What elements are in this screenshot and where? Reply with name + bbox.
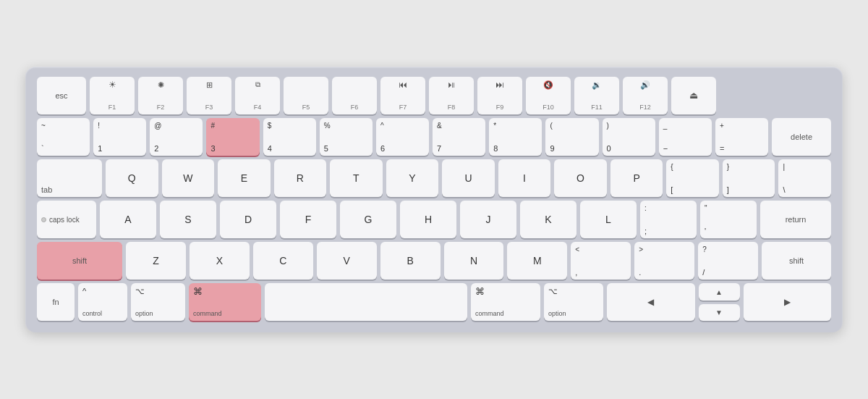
- key-q[interactable]: Q: [106, 159, 158, 197]
- key-m[interactable]: M: [507, 242, 567, 280]
- key-e[interactable]: E: [218, 159, 271, 197]
- key-c[interactable]: C: [253, 242, 313, 280]
- key-f12[interactable]: 🔊 F12: [623, 77, 668, 114]
- key-quote[interactable]: "': [700, 201, 757, 238]
- key-f7[interactable]: ⏮ F7: [380, 77, 425, 114]
- key-g[interactable]: G: [340, 201, 396, 238]
- key-f3[interactable]: ⊞ F3: [187, 77, 231, 114]
- key-f9[interactable]: ⏭ F9: [477, 77, 522, 114]
- key-v[interactable]: V: [317, 242, 377, 280]
- key-period[interactable]: >.: [634, 242, 694, 280]
- key-8[interactable]: *8: [489, 118, 542, 156]
- key-slash[interactable]: ?/: [698, 242, 758, 280]
- key-f6[interactable]: F6: [332, 77, 377, 114]
- key-eject[interactable]: ⏏: [671, 77, 716, 114]
- key-s[interactable]: S: [160, 201, 216, 238]
- key-3[interactable]: #3: [206, 118, 259, 156]
- key-shift-left[interactable]: shift: [37, 242, 122, 280]
- key-l[interactable]: L: [580, 201, 637, 238]
- key-f[interactable]: F: [280, 201, 336, 238]
- key-rbracket[interactable]: }]: [723, 159, 775, 197]
- key-backtick[interactable]: ~`: [37, 118, 90, 156]
- row-numbers: ~` !1 @2 #3 $4 %5 ^6 &7 *8 (9 )0: [37, 118, 831, 156]
- key-d[interactable]: D: [220, 201, 276, 238]
- key-i[interactable]: I: [498, 159, 551, 197]
- key-option-right[interactable]: ⌥ option: [544, 283, 603, 321]
- row-asdf: caps lock A S D F G H J K L :; "' return: [37, 201, 831, 238]
- key-f1[interactable]: ☀ F1: [90, 77, 135, 114]
- key-n[interactable]: N: [444, 242, 504, 280]
- key-space[interactable]: [265, 283, 467, 321]
- key-f8[interactable]: ⏯ F8: [429, 77, 474, 114]
- row-qwerty: tab Q W E R T Y U I O P {[ }] |\: [37, 159, 831, 197]
- key-w[interactable]: W: [162, 159, 215, 197]
- row-bottom: fn ^ control ⌥ option ⌘ command ⌘ comman…: [37, 283, 831, 321]
- key-r[interactable]: R: [274, 159, 327, 197]
- key-9[interactable]: (9: [545, 118, 598, 156]
- key-0[interactable]: )0: [603, 118, 655, 156]
- key-command-right[interactable]: ⌘ command: [471, 283, 540, 321]
- key-arrow-down[interactable]: ▼: [699, 304, 740, 322]
- key-tab[interactable]: tab: [37, 159, 102, 197]
- key-b[interactable]: B: [380, 242, 441, 280]
- key-fn[interactable]: fn: [37, 283, 75, 321]
- key-comma[interactable]: <,: [571, 242, 631, 280]
- key-arrow-left[interactable]: ◀: [607, 283, 695, 321]
- key-x[interactable]: X: [190, 242, 250, 280]
- row-zxcv: shift Z X C V B N M <, >. ?/ shift: [37, 242, 831, 280]
- key-equal[interactable]: +=: [715, 118, 768, 156]
- key-f10[interactable]: 🔇 F10: [526, 77, 571, 114]
- key-4[interactable]: $4: [263, 118, 316, 156]
- key-t[interactable]: T: [330, 159, 383, 197]
- key-f11[interactable]: 🔉 F11: [574, 77, 619, 114]
- key-p[interactable]: P: [610, 159, 663, 197]
- key-f2[interactable]: ✺ F2: [138, 77, 183, 114]
- key-a[interactable]: A: [100, 201, 156, 238]
- key-control[interactable]: ^ control: [78, 283, 127, 321]
- key-delete[interactable]: delete: [772, 118, 831, 156]
- key-u[interactable]: U: [442, 159, 495, 197]
- key-esc[interactable]: esc: [37, 77, 86, 114]
- key-command-left[interactable]: ⌘ command: [189, 283, 261, 321]
- key-semicolon[interactable]: :;: [640, 201, 697, 238]
- key-option-left[interactable]: ⌥ option: [131, 283, 185, 321]
- row-fn: esc ☀ F1 ✺ F2 ⊞ F3 ⧉ F4: [37, 77, 831, 114]
- key-lbracket[interactable]: {[: [666, 159, 719, 197]
- key-shift-right[interactable]: shift: [762, 242, 831, 280]
- key-k[interactable]: K: [520, 201, 576, 238]
- key-caps-lock[interactable]: caps lock: [37, 201, 96, 238]
- key-backslash[interactable]: |\: [778, 159, 831, 197]
- arrow-ud-container: ▲ ▼: [699, 283, 740, 321]
- key-arrow-right[interactable]: ▶: [744, 283, 832, 321]
- key-f5[interactable]: F5: [284, 77, 328, 114]
- key-7[interactable]: &7: [433, 118, 485, 156]
- key-h[interactable]: H: [400, 201, 456, 238]
- key-o[interactable]: O: [554, 159, 607, 197]
- key-return[interactable]: return: [760, 201, 831, 238]
- key-arrow-up[interactable]: ▲: [699, 283, 740, 301]
- key-minus[interactable]: _−: [659, 118, 712, 156]
- key-2[interactable]: @2: [150, 118, 203, 156]
- key-j[interactable]: J: [460, 201, 516, 238]
- key-f4[interactable]: ⧉ F4: [235, 77, 280, 114]
- key-1[interactable]: !1: [93, 118, 146, 156]
- key-6[interactable]: ^6: [376, 118, 429, 156]
- key-y[interactable]: Y: [386, 159, 439, 197]
- key-z[interactable]: Z: [126, 242, 186, 280]
- key-5[interactable]: %5: [320, 118, 373, 156]
- keyboard: esc ☀ F1 ✺ F2 ⊞ F3 ⧉ F4: [25, 67, 843, 332]
